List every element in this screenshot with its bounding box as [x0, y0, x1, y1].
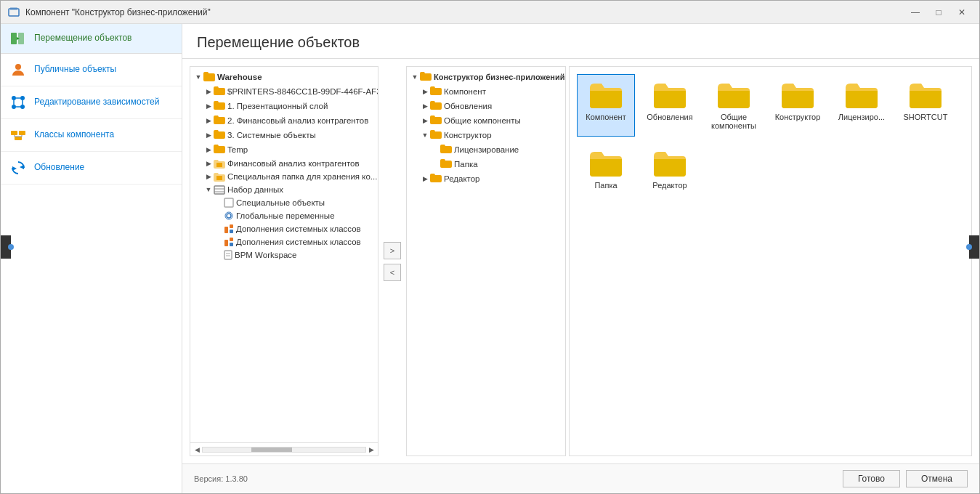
- main-content: Перемещение объектов Публичные объекты: [1, 24, 979, 493]
- left-scrollbar[interactable]: ◀ ▶: [190, 442, 378, 455]
- icons-panel: Компонент Обновления: [569, 66, 972, 456]
- tree-label: $PRINTERS-8846CC1B-99DF-446F-AF3...: [227, 87, 378, 96]
- svg-rect-14: [11, 131, 17, 135]
- svg-rect-32: [230, 230, 233, 233]
- tree-item-editor[interactable]: ▶ Редактор: [407, 171, 565, 186]
- tree-item-special-folder[interactable]: ▶ Специальная папка для хранения ко...: [190, 170, 378, 183]
- sidebar-item-public[interactable]: Публичные объекты: [1, 54, 182, 86]
- folder-icon: [214, 129, 225, 141]
- tree-item-finance[interactable]: ▶ Финансовый анализ контрагентов: [190, 157, 378, 170]
- close-button[interactable]: ✕: [952, 5, 972, 20]
- left-handle-dot: [8, 244, 14, 250]
- tree-item-dataset[interactable]: ▼ Набор данных: [190, 183, 378, 196]
- tree-item-component[interactable]: ▶ Компонент: [407, 84, 565, 99]
- tree-item-finance2[interactable]: ▶ 2. Финансовый анализ контрагентов: [190, 113, 378, 128]
- tree-item-shared[interactable]: ▶ Общие компоненты: [407, 113, 565, 128]
- expander-printers[interactable]: ▶: [203, 86, 214, 97]
- scroll-track[interactable]: [202, 447, 366, 453]
- svg-point-9: [20, 105, 25, 109]
- item-icon: [224, 198, 234, 208]
- tree-item-sys-classes1[interactable]: + Дополнения системных классов: [190, 222, 378, 235]
- sidebar-item-update[interactable]: Обновление: [1, 152, 182, 185]
- expander-spacer: +: [214, 250, 224, 260]
- svg-point-7: [20, 96, 25, 100]
- icon-item-shared[interactable]: Общие компоненты: [705, 74, 763, 137]
- expander-layer1[interactable]: ▶: [203, 101, 214, 111]
- expander-temp[interactable]: ▶: [203, 145, 214, 155]
- window-controls: — □ ✕: [905, 5, 972, 20]
- expander-component[interactable]: ▶: [420, 86, 430, 97]
- svg-rect-23: [216, 176, 222, 180]
- expander-spacer: +: [214, 237, 224, 247]
- icon-label-shortcut: SHORTCUT: [904, 113, 948, 121]
- sidebar-update-label: Обновление: [34, 162, 84, 174]
- sidebar-item-classes[interactable]: Классы компонента: [1, 119, 182, 152]
- tree-item-papka[interactable]: + Папка: [407, 157, 565, 171]
- folder-icon-constructor: [420, 71, 432, 83]
- svg-rect-22: [216, 163, 222, 167]
- back-arrow-button[interactable]: <: [384, 264, 401, 281]
- expander-system[interactable]: ▶: [203, 130, 214, 140]
- svg-rect-16: [15, 137, 22, 140]
- icon-item-constructor[interactable]: Конструктор: [769, 74, 827, 137]
- expander-editor[interactable]: ▶: [420, 174, 430, 184]
- tree-item-sys-classes2[interactable]: + Дополнения системных классов: [190, 235, 378, 248]
- icon-item-licensing[interactable]: Лицензиро...: [833, 74, 891, 137]
- tree-item-layer1[interactable]: ▶ 1. Презентационный слой: [190, 99, 378, 113]
- expander-updates[interactable]: ▶: [420, 101, 430, 111]
- icon-item-updates[interactable]: Обновления: [641, 74, 699, 137]
- tree-item-bpm[interactable]: + BPM Workspace: [190, 248, 378, 262]
- icon-label-component: Компонент: [586, 113, 625, 121]
- expander-finance[interactable]: ▶: [203, 158, 214, 169]
- right-handle-dot: [966, 244, 972, 250]
- page-header: Перемещение объектов: [182, 24, 979, 59]
- puzzle-icon: [224, 224, 234, 234]
- folder-icon: [430, 86, 442, 97]
- sidebar-nav-link[interactable]: Перемещение объектов: [1, 24, 182, 54]
- tree-item-special-obj[interactable]: + Специальные объекты: [190, 196, 378, 209]
- expander-constructor-root[interactable]: ▼: [410, 72, 420, 82]
- tree-label: 1. Презентационный слой: [227, 102, 328, 110]
- expander-special[interactable]: ▶: [203, 171, 214, 182]
- sidebar-item-deps[interactable]: Редактирование зависимостей: [1, 86, 182, 119]
- svg-point-5: [15, 64, 21, 70]
- tree-item-updates[interactable]: ▶ Обновления: [407, 99, 565, 113]
- forward-arrow-button[interactable]: >: [384, 242, 401, 259]
- left-tree-content[interactable]: ▼ Warehouse ▶ $PRINTERS-: [190, 67, 378, 442]
- gear-icon: [224, 211, 234, 221]
- tree-item-global-vars[interactable]: + Глобальные переменные: [190, 209, 378, 222]
- tree-item-system[interactable]: ▶ 3. Системные объекты: [190, 128, 378, 142]
- tree-item-printers[interactable]: ▶ $PRINTERS-8846CC1B-99DF-446F-AF3...: [190, 84, 378, 99]
- icons-grid: Компонент Обновления: [570, 67, 971, 203]
- icon-item-editor[interactable]: Редактор: [641, 142, 699, 196]
- icon-item-shortcut[interactable]: SHORTCUT: [896, 74, 955, 137]
- expander-warehouse[interactable]: ▼: [193, 72, 203, 82]
- expander-constructor[interactable]: ▼: [420, 130, 430, 140]
- icon-item-component[interactable]: Компонент: [577, 74, 635, 137]
- folder2-icon: [214, 159, 225, 169]
- tree-root-warehouse[interactable]: ▼ Warehouse: [190, 70, 378, 84]
- maximize-button[interactable]: □: [928, 5, 949, 20]
- expander-shared[interactable]: ▶: [420, 116, 430, 126]
- window-title: Компонент "Конструктор бизнес-приложений…: [25, 7, 211, 17]
- icon-item-folder[interactable]: Папка: [577, 142, 635, 196]
- cancel-button[interactable]: Отмена: [906, 470, 968, 487]
- tree-label: Набор данных: [227, 185, 283, 194]
- minimize-button[interactable]: —: [905, 5, 926, 20]
- expander-spacer: +: [430, 145, 440, 155]
- folder-big-constructor: [780, 81, 815, 110]
- tree-item-constructor[interactable]: ▼ Конструктор: [407, 128, 565, 142]
- expander-dataset[interactable]: ▼: [203, 185, 214, 195]
- ok-button[interactable]: Готово: [843, 470, 900, 487]
- tree-root-constructor[interactable]: ▼ Конструктор бизнес-приложений: [407, 70, 565, 84]
- tree-item-licensing[interactable]: + Лицензирование: [407, 142, 565, 157]
- scroll-left-btn[interactable]: ◀: [192, 445, 202, 455]
- tree-label: Компонент: [444, 87, 486, 96]
- tree-item-temp[interactable]: ▶ Temp: [190, 142, 378, 157]
- expander-finance2[interactable]: ▶: [203, 116, 214, 126]
- scroll-right-btn[interactable]: ▶: [366, 445, 376, 455]
- middle-tree-content[interactable]: ▼ Конструктор бизнес-приложений ▶ Ком: [407, 67, 565, 455]
- tree-label: Дополнения системных классов: [236, 238, 361, 246]
- svg-rect-33: [224, 240, 228, 246]
- folder-icon: [440, 158, 452, 170]
